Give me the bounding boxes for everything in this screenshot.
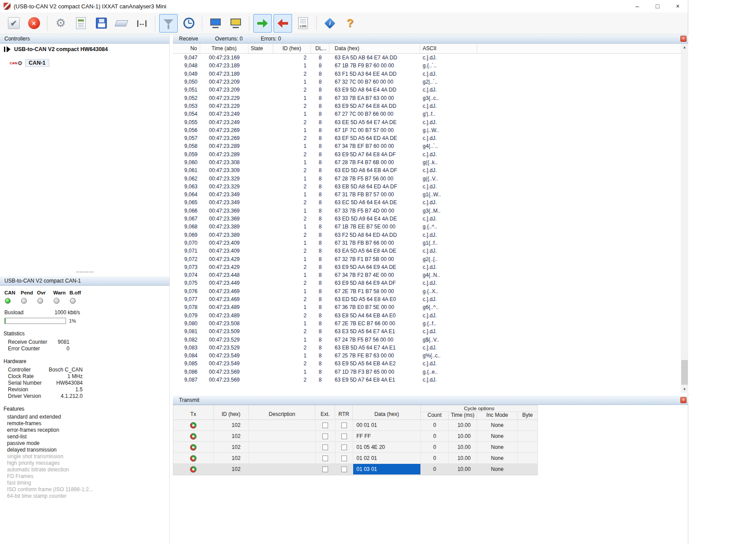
receive-scrollbar[interactable]: ▲ ▼ [681,44,688,393]
receive-row[interactable]: 9,06500:47:23.3492863 EC 5D A6 64 E4 4A … [173,198,688,206]
filter-button[interactable] [159,14,178,33]
column-header-tx-id[interactable]: ID (hex) [214,405,249,419]
bus-bridge-button[interactable] [226,14,245,33]
transmit-row[interactable]: 10200 01 01010.00None [173,420,537,431]
tx-data-cell[interactable]: 01 02 01 [353,453,421,463]
column-header-tx-data[interactable]: Data (hex) [353,405,421,419]
receive-row[interactable]: 9,05800:47:23.2891867 34 7B EF B7 60 00 … [173,142,688,150]
receive-row[interactable]: 9,05700:47:23.2692863 EF 5D A5 64 ED 4A … [173,134,688,142]
help-button[interactable]: ? [341,14,359,33]
receive-row[interactable]: 9,04700:47:23.1692863 EA 5D AB 64 E7 4A … [173,54,688,62]
receive-row[interactable]: 9,05300:47:23.2292863 E9 5D A7 64 E8 4A … [173,102,688,110]
cancel-button[interactable]: × [25,14,43,33]
save-button[interactable] [92,14,110,33]
column-header-no[interactable]: No [173,44,200,53]
column-header-rtr[interactable]: RTR [335,405,353,419]
receive-row[interactable]: 9,04900:47:23.1892863 F1 5D A3 64 EE 4A … [173,70,688,78]
rtr-checkbox[interactable] [341,445,347,450]
receive-row[interactable]: 9,07200:47:23.4291867 32 7B F1 B7 5B 00 … [173,255,688,263]
receive-row[interactable]: 9,08100:47:23.5092863 E3 5D A5 64 E7 4A … [173,327,688,335]
receive-row[interactable]: 9,08300:47:23.5292863 EB 5D A5 64 E7 4A … [173,344,688,352]
close-button[interactable]: × [668,0,688,12]
info-button[interactable]: i [321,14,339,33]
bus-monitor-button[interactable] [206,14,225,33]
tx-send-icon[interactable] [190,455,197,462]
receive-row[interactable]: 9,04800:47:23.1891867 1B 7B F9 B7 60 00 … [173,62,688,70]
scroll-down-button[interactable]: ▼ [681,386,688,393]
close-transmit-pane-button[interactable]: × [680,397,687,403]
receive-row[interactable]: 9,07600:47:23.4691867 2E 7B F1 B7 58 00 … [173,287,688,295]
column-header-time-ms[interactable]: Time (ms) [449,412,477,419]
panel-divider[interactable] [169,34,170,544]
column-header-ascii[interactable]: ASCII [420,44,477,53]
tx-send-icon[interactable] [190,466,197,473]
receive-row[interactable]: 9,07500:47:23.4492863 E9 5D A8 64 E9 4A … [173,279,688,287]
maximize-button[interactable]: □ [647,0,668,12]
receive-row[interactable]: 9,05200:47:23.2291867 33 7B EA B7 63 00 … [173,94,688,102]
receive-row[interactable]: 9,06100:47:23.3092863 ED 5D A6 64 EB 4A … [173,166,688,174]
receive-row[interactable]: 9,05900:47:23.2892863 E9 5D A7 64 E8 4A … [173,151,688,158]
receive-row[interactable]: 9,07800:47:23.4891867 36 7B E0 B7 5E 00 … [173,303,688,311]
receive-row[interactable]: 9,05500:47:23.2492863 EE 5D A5 64 E7 4A … [173,118,688,126]
tx-data-cell[interactable]: 00 01 01 [353,420,421,430]
stop-button[interactable] [274,14,292,33]
column-header-state[interactable]: State [248,44,273,53]
log-button[interactable]: LOG [294,14,312,33]
tx-send-icon[interactable] [190,433,197,440]
tx-data-cell[interactable]: FF FF [353,431,421,441]
measure-span-button[interactable]: |↔| [132,14,151,33]
column-header-inc-mode[interactable]: Inc Mode [477,412,518,419]
rtr-checkbox[interactable] [341,423,347,428]
tx-send-icon[interactable] [190,444,197,451]
receive-row[interactable]: 9,06800:47:23.3891867 1B 7B EE B7 5E 00 … [173,223,688,231]
minimize-button[interactable]: – [627,0,647,12]
ext-checkbox[interactable] [322,467,328,472]
receive-row[interactable]: 9,05600:47:23.2691867 1F 7C 00 B7 57 00 … [173,126,688,134]
time-mode-button[interactable] [179,14,198,33]
receive-row[interactable]: 9,06300:47:23.3292863 EB 5D A8 64 ED 4A … [173,183,688,191]
scroll-up-button[interactable]: ▲ [681,44,688,51]
receive-row[interactable]: 9,07900:47:23.4892863 E8 5D A4 64 EB 4A … [173,312,688,320]
receive-row[interactable]: 9,06200:47:23.3291867 28 7B F5 B7 56 00 … [173,174,688,182]
receive-row[interactable]: 9,06400:47:23.3491867 31 7B FB B7 57 00 … [173,191,688,198]
settings-button[interactable]: ⚙ [51,14,70,33]
ext-checkbox[interactable] [322,445,328,450]
ext-checkbox[interactable] [322,423,328,428]
receive-row[interactable]: 9,07300:47:23.4292863 E9 5D AA 64 E9 4A … [173,263,688,271]
transmit-row[interactable]: 102FF FF010.00None [173,431,537,442]
tx-data-cell[interactable]: 01 05 4E 20 [353,442,421,452]
receive-row[interactable]: 9,06700:47:23.3692863 ED 5D A9 64 E4 4A … [173,215,688,223]
scrollbar-track[interactable] [681,51,688,386]
left-pane-splitter[interactable] [0,269,169,275]
column-header-byte[interactable]: Byte [518,412,537,419]
tx-data-cell[interactable]: 01 03 01 [353,464,421,474]
receive-row[interactable]: 9,07400:47:23.4481867 34 7B F2 B7 4E 00 … [173,271,688,279]
rtr-checkbox[interactable] [341,467,347,472]
transmit-row[interactable]: 10201 02 01010.00None [173,453,537,464]
receive-row[interactable]: 9,06000:47:23.3081867 28 7B F4 B7 6B 00 … [173,158,688,166]
column-header-description[interactable]: Description [249,405,316,419]
column-header-tx[interactable]: Tx [173,405,214,419]
column-header-count[interactable]: Count [421,412,449,419]
transmit-row[interactable]: 10201 05 4E 20010.00None [173,442,537,453]
column-header-ext[interactable]: Ext. [315,405,335,419]
column-header-dlc[interactable]: DL... [311,44,329,53]
close-receive-pane-button[interactable]: × [680,36,687,42]
receive-row[interactable]: 9,05000:47:23.2091867 32 7C 00 B7 60 00 … [173,78,688,86]
receive-row[interactable]: 9,08500:47:23.5492863 E9 5D A5 64 EB 4A … [173,360,688,368]
report-button[interactable] [72,14,90,33]
eraser-button[interactable] [112,14,131,33]
receive-row[interactable]: 9,07000:47:23.4091867 31 7B FB B7 66 00 … [173,239,688,247]
rtr-checkbox[interactable] [341,456,347,461]
receive-row[interactable]: 9,08600:47:23.5691867 1D 7B F3 B7 65 00 … [173,368,688,376]
receive-row[interactable]: 9,08200:47:23.5291867 24 7B F5 B7 56 00 … [173,335,688,343]
scrollbar-thumb[interactable] [681,360,688,385]
receive-row[interactable]: 9,06600:47:23.3691867 33 7B F5 B7 4D 00 … [173,207,688,215]
apply-button[interactable]: ✔ [4,14,23,33]
column-header-data[interactable]: Data (hex) [329,44,420,53]
rtr-checkbox[interactable] [341,434,347,439]
receive-row[interactable]: 9,07100:47:23.4092863 EA 5D A5 64 E8 4A … [173,247,688,255]
ext-checkbox[interactable] [322,456,328,461]
tx-send-icon[interactable] [190,422,197,429]
start-button[interactable] [253,14,272,33]
